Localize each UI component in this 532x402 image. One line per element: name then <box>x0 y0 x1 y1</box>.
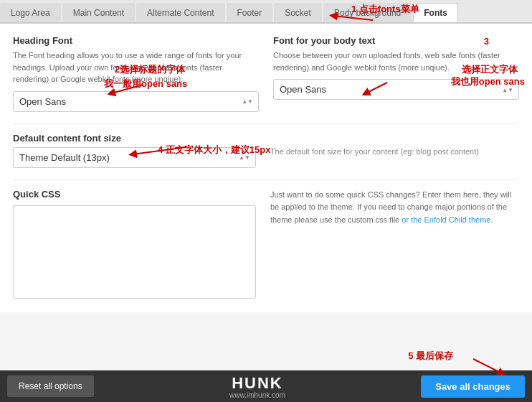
font-size-left: Default content font size Theme Default … <box>13 133 256 168</box>
font-size-select[interactable]: Theme Default (13px) <box>13 147 256 168</box>
body-font-select-wrapper: Open Sans <box>273 79 519 100</box>
tab-main-content[interactable]: Main Content <box>62 3 135 22</box>
footer-bar: Reset all options HUNK www.imhunk.com Sa… <box>0 370 532 402</box>
body-font-desc: Choose between your own uploaded fonts, … <box>273 50 519 73</box>
hunk-brand: HUNK <box>232 374 283 392</box>
tab-logo-area[interactable]: Logo Area <box>0 3 61 22</box>
quick-css-link[interactable]: or the Enfold Child theme. <box>402 215 493 224</box>
quick-css-title: Quick CSS <box>13 189 256 200</box>
heading-font-select[interactable]: Open Sans <box>13 91 259 112</box>
fonts-row: Heading Font The Font heading allows you… <box>13 35 519 112</box>
font-size-section: Default content font size Theme Default … <box>13 133 519 168</box>
quick-css-right: Just want to do some quick CSS changes? … <box>270 189 519 301</box>
main-content-area: Heading Font The Font heading allows you… <box>0 24 532 312</box>
reset-button[interactable]: Reset all options <box>7 375 94 397</box>
save-button[interactable]: Save all changes <box>421 375 525 398</box>
divider-1 <box>13 123 519 124</box>
tab-footer[interactable]: Footer <box>227 3 273 22</box>
tab-body-background[interactable]: Body background <box>323 3 412 22</box>
hunk-logo-text: HUNK <box>229 374 285 393</box>
body-font-select[interactable]: Open Sans <box>273 79 519 100</box>
quick-css-section: Quick CSS Just want to do some quick CSS… <box>13 189 519 301</box>
quick-css-textarea[interactable] <box>13 205 256 299</box>
annotation-5: 5 最后保存 <box>408 350 453 363</box>
divider-2 <box>13 179 519 180</box>
heading-font-section: Heading Font The Font heading allows you… <box>13 35 259 112</box>
font-size-title: Default content font size <box>13 133 256 144</box>
font-size-select-wrapper: Theme Default (13px) <box>13 147 256 168</box>
heading-font-desc: The Font heading allows you to use a wid… <box>13 50 259 85</box>
tab-fonts[interactable]: Fonts <box>413 3 458 22</box>
body-font-title: Font for your body text <box>273 35 519 46</box>
tab-alternate-content[interactable]: Alternate Content <box>136 3 224 22</box>
tab-socket[interactable]: Socket <box>274 3 322 22</box>
heading-font-title: Heading Font <box>13 35 259 46</box>
heading-font-select-wrapper: Open Sans <box>13 91 259 112</box>
quick-css-left: Quick CSS <box>13 189 256 301</box>
tab-bar: Logo Area Main Content Alternate Content… <box>0 0 532 24</box>
hunk-url: www.imhunk.com <box>229 391 285 399</box>
font-size-row: Default content font size Theme Default … <box>13 133 519 168</box>
font-size-desc: The default font size for your content (… <box>270 147 519 156</box>
body-font-section: Font for your body text Choose between y… <box>273 35 519 112</box>
footer-logo: HUNK www.imhunk.com <box>229 374 285 399</box>
